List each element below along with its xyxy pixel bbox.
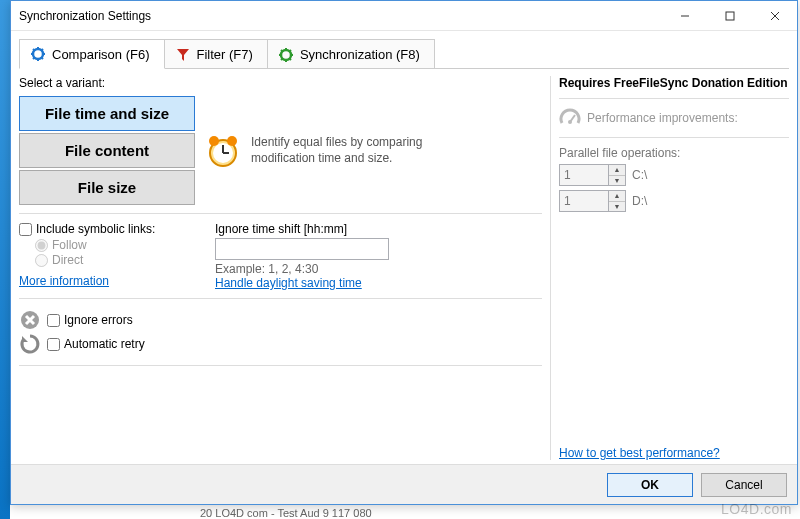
variant-description: Identify equal files by comparing modifi… — [251, 135, 481, 166]
divider — [19, 365, 542, 366]
ignore-errors-input[interactable] — [47, 314, 60, 327]
svg-line-20 — [289, 50, 291, 52]
symlinks-checkbox[interactable]: Include symbolic links: — [19, 222, 195, 236]
spinner-arrows[interactable]: ▲▼ — [609, 190, 626, 212]
auto-retry-checkbox[interactable]: Automatic retry — [19, 333, 542, 355]
gear-icon — [30, 46, 46, 62]
ignore-errors-label: Ignore errors — [64, 313, 133, 327]
svg-line-9 — [33, 49, 35, 51]
ignore-errors-checkbox[interactable]: Ignore errors — [19, 309, 542, 331]
symlinks-follow-radio[interactable]: Follow — [35, 238, 195, 252]
svg-line-11 — [42, 49, 44, 51]
variant-label: Select a variant: — [19, 76, 542, 90]
svg-line-21 — [281, 58, 283, 60]
timeshift-label: Ignore time shift [hh:mm] — [215, 222, 389, 236]
donation-required-title: Requires FreeFileSync Donation Edition — [559, 76, 789, 90]
chevron-up-icon[interactable]: ▲ — [609, 165, 625, 176]
parallel-ops-row-d: ▲▼ D:\ — [559, 190, 789, 212]
vertical-divider — [550, 76, 551, 460]
variant-content-button[interactable]: File content — [19, 133, 195, 168]
gear-icon — [278, 47, 294, 63]
titlebar: Synchronization Settings — [11, 1, 797, 31]
tab-label: Synchronization (F8) — [300, 47, 420, 62]
svg-line-18 — [281, 50, 283, 52]
svg-point-27 — [227, 136, 237, 146]
symlinks-direct-radio[interactable]: Direct — [35, 253, 195, 267]
clock-icon — [205, 133, 241, 169]
auto-retry-label: Automatic retry — [64, 337, 145, 351]
parallel-ops-value-c[interactable] — [559, 164, 609, 186]
chevron-up-icon[interactable]: ▲ — [609, 191, 625, 202]
svg-line-10 — [42, 58, 44, 60]
tab-label: Filter (F7) — [197, 47, 253, 62]
chevron-down-icon[interactable]: ▼ — [609, 176, 625, 186]
timeshift-example: Example: 1, 2, 4:30 — [215, 262, 389, 276]
drive-label-d: D:\ — [632, 194, 647, 208]
dialog-footer: OK Cancel — [11, 464, 797, 504]
variant-size-button[interactable]: File size — [19, 170, 195, 205]
parallel-ops-value-d[interactable] — [559, 190, 609, 212]
radio-label: Follow — [52, 238, 87, 252]
tab-label: Comparison (F6) — [52, 47, 150, 62]
tab-synchronization[interactable]: Synchronization (F8) — [267, 39, 435, 69]
background-window-strip — [0, 0, 10, 519]
divider — [19, 213, 542, 214]
retry-icon — [19, 333, 41, 355]
symlinks-checkbox-input[interactable] — [19, 223, 32, 236]
watermark: LO4D.com — [721, 501, 792, 517]
variant-time-size-button[interactable]: File time and size — [19, 96, 195, 131]
radio-label: Direct — [52, 253, 83, 267]
divider — [559, 137, 789, 138]
parallel-ops-row-c: ▲▼ C:\ — [559, 164, 789, 186]
divider — [559, 98, 789, 99]
minimize-button[interactable] — [662, 1, 707, 30]
maximize-button[interactable] — [707, 1, 752, 30]
svg-rect-1 — [726, 12, 734, 20]
svg-line-19 — [289, 58, 291, 60]
tab-filter[interactable]: Filter (F7) — [164, 39, 268, 69]
divider — [19, 298, 542, 299]
cancel-button[interactable]: Cancel — [701, 473, 787, 497]
close-button[interactable] — [752, 1, 797, 30]
dst-link[interactable]: Handle daylight saving time — [215, 276, 362, 290]
chevron-down-icon[interactable]: ▼ — [609, 202, 625, 212]
svg-line-12 — [33, 58, 35, 60]
best-performance-link[interactable]: How to get best performance? — [559, 446, 789, 460]
funnel-icon — [175, 47, 191, 63]
symlinks-label: Include symbolic links: — [36, 222, 155, 236]
timeshift-input[interactable] — [215, 238, 389, 260]
svg-point-30 — [568, 120, 572, 124]
drive-label-c: C:\ — [632, 168, 647, 182]
background-text-fragment: 20 LO4D com - Test Aud 9 117 080 — [200, 507, 372, 519]
more-information-link[interactable]: More information — [19, 274, 109, 288]
ok-button[interactable]: OK — [607, 473, 693, 497]
tab-bar: Comparison (F6) Filter (F7) Synchronizat… — [11, 31, 797, 69]
auto-retry-input[interactable] — [47, 338, 60, 351]
settings-dialog: Synchronization Settings Comparison (F6)… — [10, 0, 798, 505]
parallel-ops-label: Parallel file operations: — [559, 146, 789, 160]
performance-label: Performance improvements: — [587, 111, 738, 125]
window-title: Synchronization Settings — [19, 9, 151, 23]
tab-comparison[interactable]: Comparison (F6) — [19, 39, 165, 69]
spinner-arrows[interactable]: ▲▼ — [609, 164, 626, 186]
svg-point-26 — [209, 136, 219, 146]
error-x-icon — [19, 309, 41, 331]
gauge-icon — [559, 107, 581, 129]
